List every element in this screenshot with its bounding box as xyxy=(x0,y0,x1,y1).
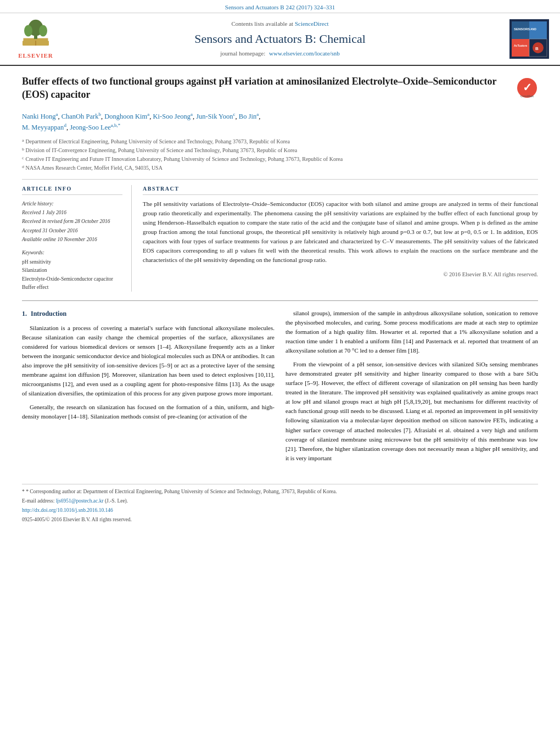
article-info-col: ARTICLE INFO Article history: Received 1… xyxy=(22,185,132,292)
article-history: Article history: Received 1 July 2016 Re… xyxy=(22,199,122,244)
article-title: Buffer effects of two functional groups … xyxy=(22,75,516,102)
affil-c: ᶜ Creative IT Engineering and Future IT … xyxy=(22,155,538,164)
svg-text:B: B xyxy=(535,46,539,51)
available-date: Available online 10 November 2016 xyxy=(22,235,122,244)
footnote-section: * * Corresponding author at: Department … xyxy=(22,484,538,524)
email-link[interactable]: ljs6951@postech.ac.kr xyxy=(56,498,104,504)
intro-para2: Generally, the research on silanization … xyxy=(22,403,275,421)
footnote-corresponding: * * Corresponding author at: Department … xyxy=(22,488,538,495)
divider-2 xyxy=(22,300,538,301)
svg-text:SENSORS: SENSORS xyxy=(514,27,530,31)
received-revised-date: Received in revised form 28 October 2016 xyxy=(22,217,122,226)
body-col-left: 1. Introduction Silanization is a proces… xyxy=(22,309,275,467)
elsevier-logo: ELSEVIER xyxy=(11,18,60,60)
intro-para1: Silanization is a process of covering a … xyxy=(22,323,275,398)
intro-para4: From the viewpoint of a pH sensor, ion-s… xyxy=(285,360,538,463)
article-info-abstract-section: ARTICLE INFO Article history: Received 1… xyxy=(22,185,538,292)
keywords-list: pH sensitivity Silanization Electrolyte-… xyxy=(22,258,122,292)
abstract-col: ABSTRACT The pH sensitivity variations o… xyxy=(143,185,538,292)
divider-1 xyxy=(22,179,538,180)
intro-para3: silanol groups), immersion of the sample… xyxy=(285,309,538,355)
article-title-section: Buffer effects of two functional groups … xyxy=(22,75,538,106)
svg-rect-10 xyxy=(512,39,529,57)
affil-a: ᵃ Department of Electrical Engineering, … xyxy=(22,137,538,146)
intro-heading: 1. Introduction xyxy=(22,309,275,319)
history-label: Article history: xyxy=(22,199,122,208)
main-content: Buffer effects of two functional groups … xyxy=(0,66,560,534)
affil-d: ᵈ NASA Ames Research Center, Moffet Fiel… xyxy=(22,164,538,172)
journal-title-center: Contents lists available at ScienceDirec… xyxy=(60,20,500,58)
homepage-line: journal homepage: www.elsevier.com/locat… xyxy=(60,49,500,58)
elsevier-label: ELSEVIER xyxy=(18,52,53,60)
abstract-header: ABSTRACT xyxy=(143,185,538,195)
article-info-header: ARTICLE INFO xyxy=(22,185,122,195)
body-two-col: 1. Introduction Silanization is a proces… xyxy=(22,309,538,467)
footnote-email: E-mail address: ljs6951@postech.ac.kr (J… xyxy=(22,497,538,505)
affil-b: ᵇ Division of IT-Convergence Engineering… xyxy=(22,146,538,155)
sensors-logo-box: SENSORS AND AcTuators B xyxy=(500,19,549,59)
accepted-date: Accepted 31 October 2016 xyxy=(22,226,122,235)
affiliations: ᵃ Department of Electrical Engineering, … xyxy=(22,137,538,172)
kw1: pH sensitivity xyxy=(22,258,122,266)
svg-text:✓: ✓ xyxy=(523,81,532,93)
received-date: Received 1 July 2016 xyxy=(22,208,122,217)
kw2: Silanization xyxy=(22,266,122,275)
authors-line: Nanki Honga, ChanOh Parkb, Donghoon Kima… xyxy=(22,111,538,133)
elsevier-tree-icon xyxy=(19,18,52,51)
keywords-section: Keywords: pH sensitivity Silanization El… xyxy=(22,249,122,292)
svg-point-4 xyxy=(39,25,47,37)
kw3: Electrolyte-Oxide-Semiconductor capacito… xyxy=(22,275,122,283)
journal-ref: Sensors and Actuators B 242 (2017) 324–3… xyxy=(225,4,335,10)
footnote-doi: http://dx.doi.org/10.1016/j.snb.2016.10.… xyxy=(22,506,538,514)
sciencedirect-link[interactable]: ScienceDirect xyxy=(295,20,329,27)
doi-link[interactable]: http://dx.doi.org/10.1016/j.snb.2016.10.… xyxy=(22,507,113,513)
sensors-actuators-icon: SENSORS AND AcTuators B xyxy=(509,19,549,59)
homepage-url[interactable]: www.elsevier.com/locate/snb xyxy=(269,50,340,57)
copyright-line: © 2016 Elsevier B.V. All rights reserved… xyxy=(143,271,538,279)
abstract-text: The pH sensitivity variations of Electro… xyxy=(143,199,538,265)
journal-header: ELSEVIER Contents lists available at Sci… xyxy=(0,13,560,65)
body-col-right: silanol groups), immersion of the sample… xyxy=(285,309,538,467)
svg-text:CrossMark: CrossMark xyxy=(520,94,534,98)
crossmark-icon: ✓ CrossMark xyxy=(516,77,538,99)
keywords-label: Keywords: xyxy=(22,249,122,256)
svg-point-3 xyxy=(24,25,32,37)
footnote-issn: 0925-4005/© 2016 Elsevier B.V. All right… xyxy=(22,516,538,523)
contents-line: Contents lists available at ScienceDirec… xyxy=(60,20,500,28)
crossmark-badge[interactable]: ✓ CrossMark xyxy=(516,77,538,99)
kw4: Buffer effect xyxy=(22,283,122,292)
svg-text:AcTuators: AcTuators xyxy=(514,44,528,47)
journal-name: Sensors and Actuators B: Chemical xyxy=(60,31,500,48)
svg-text:AND: AND xyxy=(530,27,536,31)
top-bar: Sensors and Actuators B 242 (2017) 324–3… xyxy=(0,0,560,13)
sensors-logo: SENSORS AND AcTuators B xyxy=(509,19,549,59)
